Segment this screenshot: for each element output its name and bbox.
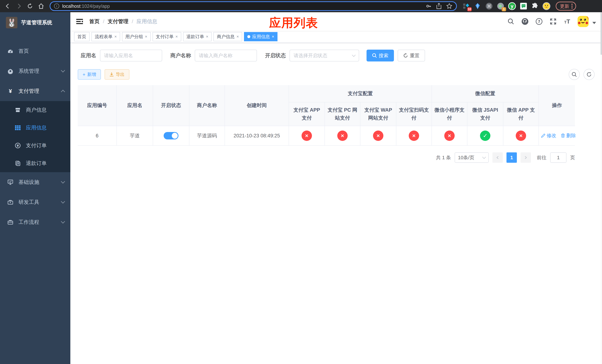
page-content: 应用名 商户名称 开启状态 请选择开启状态 搜索 重置 <box>70 43 602 364</box>
forward-icon[interactable] <box>14 1 24 11</box>
sidebar-item-app-info[interactable]: 应用信息 <box>0 119 70 137</box>
filter-form: 应用名 商户名称 开启状态 请选择开启状态 搜索 重置 <box>78 50 595 62</box>
close-icon[interactable]: × <box>206 34 208 39</box>
chevron-down-icon <box>61 68 65 73</box>
col-wx-mini: 微信小程序支付 <box>432 102 467 126</box>
reload-icon[interactable] <box>25 1 35 11</box>
cell-app-name: 芋道 <box>117 126 153 146</box>
command-extension-icon[interactable]: ⌘ <box>485 2 493 10</box>
add-button[interactable]: + 新增 <box>78 69 101 80</box>
status-select[interactable]: 请选择开启状态 <box>290 50 359 62</box>
export-button[interactable]: 导出 <box>105 69 129 80</box>
tab-pay-order[interactable]: 支付订单× <box>152 32 181 41</box>
grid-icon <box>15 125 21 131</box>
share-icon[interactable] <box>436 3 442 9</box>
sidebar-logo[interactable]: 🐰 芋道管理系统 <box>0 12 70 33</box>
col-app-id: 应用编号 <box>78 85 117 126</box>
close-icon[interactable]: × <box>272 34 274 39</box>
sidebar-item-payment[interactable]: ¥ 支付管理 <box>0 81 70 101</box>
sidebar-item-refund-order[interactable]: 退款订单 <box>0 154 70 172</box>
delete-button[interactable]: 删除 <box>561 132 576 139</box>
tab-process-form[interactable]: 流程表单× <box>91 32 120 41</box>
menu-kebab-icon[interactable] <box>571 4 573 9</box>
tab-user-group[interactable]: 用户分组× <box>122 32 151 41</box>
goto-page-input[interactable] <box>550 152 567 163</box>
browser-update-button[interactable]: 更新 <box>556 2 576 11</box>
close-icon[interactable]: × <box>114 34 117 39</box>
sidebar-item-infrastructure[interactable]: 基础设施 <box>0 172 70 192</box>
scrollbar-thumb[interactable] <box>601 12 602 55</box>
help-icon[interactable]: ? <box>535 18 543 25</box>
home-icon[interactable] <box>36 1 46 11</box>
close-icon[interactable]: × <box>236 34 239 39</box>
address-bar[interactable]: i localhost:1024/pay/app <box>50 1 457 11</box>
extension-badge: 1 <box>502 7 506 11</box>
goto-label: 前往 <box>537 154 547 161</box>
tab-home[interactable]: 首页 <box>74 32 90 41</box>
group-alipay-config: 支付宝配置 <box>289 85 432 102</box>
page-number-button[interactable]: 1 <box>506 152 517 163</box>
profile-avatar-icon[interactable] <box>542 2 550 10</box>
group-wechat-config: 微信配置 <box>432 85 539 102</box>
edit-button[interactable]: 修改 <box>541 132 556 139</box>
pagination: 共 1 条 10条/页 1 前往 页 <box>78 152 575 163</box>
svg-text:?: ? <box>538 20 540 24</box>
sidebar-item-workflow[interactable]: 工作流程 <box>0 212 70 232</box>
y-extension-icon[interactable]: y <box>508 2 516 10</box>
github-icon[interactable] <box>521 18 529 25</box>
dashboard-icon <box>7 48 13 54</box>
search-button[interactable]: 搜索 <box>366 50 394 62</box>
app-name-input[interactable] <box>100 50 162 62</box>
enabled-toggle[interactable] <box>164 132 178 139</box>
col-merchant: 商户名称 <box>189 85 225 126</box>
sidebar-item-home[interactable]: 首页 <box>0 41 70 61</box>
payment-submenu: 商户信息 应用信息 ¥ 支付订单 <box>0 101 70 172</box>
prev-page-button[interactable] <box>492 152 503 163</box>
breadcrumb-payment[interactable]: 支付管理 <box>108 18 129 25</box>
sidebar: 🐰 芋道管理系统 首页 系统管理 ¥ <box>0 12 70 364</box>
key-icon[interactable] <box>425 3 432 9</box>
fullscreen-icon[interactable] <box>549 18 557 25</box>
store-icon <box>15 107 21 113</box>
top-navbar: 首页 / 支付管理 / 应用信息 ? <box>70 12 602 31</box>
star-icon[interactable] <box>446 3 452 9</box>
extensions-puzzle-icon[interactable] <box>531 2 539 10</box>
cell-created: 2021-10-23 08:49:25 <box>225 126 289 146</box>
info-icon[interactable]: i <box>54 3 59 9</box>
page-size-select[interactable]: 10条/页 <box>455 152 489 163</box>
recorder-extension-icon[interactable]: 1 <box>496 2 505 10</box>
briefcase-icon <box>7 219 13 225</box>
refresh-icon[interactable] <box>583 69 595 80</box>
next-page-button[interactable] <box>521 152 531 163</box>
url-text[interactable]: localhost:1024/pay/app <box>62 3 422 9</box>
col-alipay-qr: 支付宝扫码支付 <box>396 102 432 126</box>
cell-merchant: 芋道源码 <box>189 126 225 146</box>
sidebar-item-pay-order[interactable]: ¥ 支付订单 <box>0 137 70 154</box>
col-actions: 操作 <box>539 85 575 126</box>
chevron-down-icon <box>482 155 486 159</box>
font-size-icon[interactable]: TT <box>563 18 571 25</box>
breadcrumb-home[interactable]: 首页 <box>89 18 100 25</box>
sidebar-item-merchant-info[interactable]: 商户信息 <box>0 101 70 119</box>
gem-extension-icon[interactable] <box>473 2 482 10</box>
adblock-extension-icon[interactable]: 10 <box>462 2 470 10</box>
back-icon[interactable] <box>3 1 13 11</box>
tab-merchant-info[interactable]: 商户信息× <box>214 32 242 41</box>
extension-badge: 10 <box>467 7 472 11</box>
sidebar-item-system[interactable]: 系统管理 <box>0 61 70 81</box>
scrollbar[interactable] <box>601 12 602 364</box>
reset-button[interactable]: 重置 <box>398 50 425 62</box>
sidebar-collapse-icon[interactable] <box>76 18 83 25</box>
merchant-name-input[interactable] <box>195 50 257 62</box>
col-wx-app: 微信 APP 支付 <box>503 102 539 126</box>
avatar-dropdown-caret[interactable] <box>592 22 596 24</box>
toggle-search-icon[interactable] <box>569 69 580 80</box>
user-avatar[interactable] <box>578 16 589 27</box>
close-icon[interactable]: × <box>145 34 147 39</box>
tab-refund-order[interactable]: 退款订单× <box>183 32 212 41</box>
sidebar-item-dev-tools[interactable]: 研发工具 <box>0 192 70 212</box>
chat-extension-icon[interactable] <box>519 2 527 10</box>
close-icon[interactable]: × <box>175 34 178 39</box>
search-icon[interactable] <box>507 18 515 25</box>
tab-app-info[interactable]: 应用信息× <box>244 32 278 41</box>
